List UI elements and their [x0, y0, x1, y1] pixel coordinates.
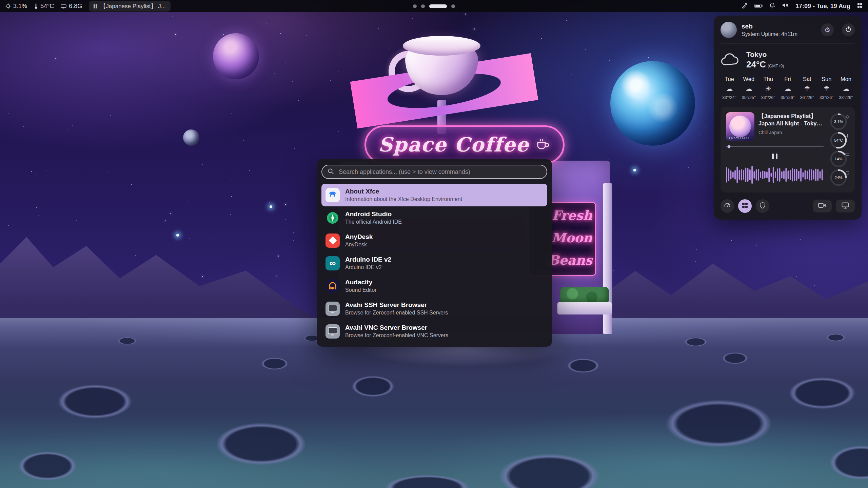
weather-forecast: Tue ☁ 33°/24° Wed ☁ 35°/25° Thu ☀ 33°/26…	[721, 76, 855, 100]
track-artist: Chill Japan.	[758, 130, 824, 135]
username: seb	[742, 23, 813, 30]
cloud-icon: ☁	[784, 85, 791, 93]
forecast-sun: Sun ☂ 33°/26°	[818, 76, 835, 100]
battery-icon[interactable]	[754, 3, 763, 10]
xfce-icon	[326, 188, 340, 202]
planter-box	[557, 302, 612, 314]
app-name: Arduino IDE v2	[345, 256, 391, 263]
forecast-day: Sat	[803, 76, 811, 82]
forecast-day: Tue	[725, 76, 734, 82]
coffee-cup-icon	[535, 137, 551, 152]
workspace-dot[interactable]	[421, 4, 425, 8]
top-panel: 3.1% 54°C 6.8G 【Japanese Playlist】 J... …	[0, 0, 868, 12]
weather-widget: Tokyo 24°C(GMT+9)	[721, 50, 855, 70]
apps-button[interactable]	[738, 199, 752, 213]
thermometer-icon	[34, 3, 38, 9]
weather-temp: 24°C(GMT+9)	[746, 59, 784, 70]
server-browser-icon	[326, 302, 340, 316]
clock[interactable]: 17:09 - Tue, 19 Aug	[795, 3, 850, 10]
cloud-icon	[721, 53, 740, 68]
app-name: Avahi SSH Server Browser	[345, 301, 448, 309]
panel-left-group: 3.1% 54°C 6.8G 【Japanese Playlist】 J...	[5, 1, 171, 12]
coffee-cup-rim	[403, 36, 480, 56]
app-description: Arduino IDE v2	[345, 264, 391, 270]
forecast-day: Mon	[841, 76, 851, 82]
workspace-active-pill[interactable]	[429, 4, 447, 8]
cloud-icon: ☁	[842, 85, 849, 93]
user-section: seb System Uptime: 4h11m ⚙	[721, 22, 855, 44]
app-description: Sound Editor	[345, 287, 377, 293]
workspace-indicator	[413, 0, 455, 12]
launcher-item-about-xfce[interactable]: About Xfce Information about the Xfce De…	[321, 184, 547, 206]
system-uptime: System Uptime: 4h11m	[742, 31, 813, 37]
pause-button[interactable]	[769, 151, 781, 161]
app-description: Browse for Zeroconf-enabled VNC Servers	[345, 332, 448, 339]
playback-progress-bar[interactable]	[726, 146, 824, 147]
launcher-item-audacity[interactable]: Audacity Sound Editor	[321, 274, 547, 297]
media-player-card: TOKYO LO-FI 【Japanese Playlist】 Japan Al…	[721, 107, 855, 192]
forecast-day: Wed	[743, 76, 755, 82]
forecast-temps: 33°/26°	[820, 95, 833, 100]
app-name: Avahi VNC Server Browser	[345, 324, 448, 331]
display-button[interactable]	[836, 200, 855, 212]
now-playing-label: 【Japanese Playlist】 J...	[100, 2, 166, 10]
disk-gauge-value: 24%	[830, 169, 847, 186]
app-description: AnyDesk	[345, 242, 373, 248]
app-description: Browse for Zeroconf-enabled SSH Servers	[345, 310, 448, 316]
performance-button[interactable]	[721, 199, 734, 213]
shield-button[interactable]	[756, 199, 769, 213]
sidebar-actions	[721, 199, 855, 213]
disk-icon	[845, 170, 849, 176]
hedge-plant	[560, 287, 609, 304]
forecast-mon: Mon ☁ 33°/26°	[837, 76, 855, 100]
cpu-temperature-value: 54°C	[40, 3, 54, 10]
cpu-icon	[845, 114, 849, 120]
workspace-dot[interactable]	[451, 4, 455, 8]
cloud-icon: ☁	[726, 85, 733, 93]
audacity-icon	[326, 279, 340, 293]
memory-gauge: 14%	[830, 150, 847, 168]
forecast-day: Fri	[784, 76, 791, 82]
screen-record-button[interactable]	[813, 200, 832, 212]
cloud-icon: ☁	[745, 85, 752, 93]
capture-group	[813, 200, 855, 212]
settings-button[interactable]: ⚙	[821, 23, 834, 36]
weather-timezone: (GMT+9)	[768, 64, 784, 68]
forecast-temps: 33°/26°	[839, 95, 853, 100]
power-button[interactable]	[842, 23, 855, 36]
tools-icon[interactable]	[742, 2, 748, 10]
forecast-sat: Sat ☂ 36°/26°	[798, 76, 816, 100]
forecast-thu: Thu ☀ 33°/26°	[760, 76, 777, 100]
forecast-day: Sun	[822, 76, 831, 82]
now-playing-widget[interactable]: 【Japanese Playlist】 J...	[89, 1, 171, 12]
cpu-temperature: 54°C	[34, 3, 54, 10]
volume-icon[interactable]	[782, 2, 789, 10]
forecast-temps: 33°/24°	[722, 95, 736, 100]
memory-usage: 6.8G	[61, 3, 82, 10]
launcher-item-anydesk[interactable]: AnyDesk AnyDesk	[321, 229, 547, 252]
forecast-fri: Fri ☁ 35°/26°	[779, 76, 796, 100]
memory-usage-value: 6.8G	[69, 3, 82, 10]
application-launcher: About Xfce Information about the Xfce De…	[317, 159, 552, 347]
memory-icon	[845, 151, 849, 158]
launcher-item-arduino-ide[interactable]: ∞ Arduino IDE v2 Arduino IDE v2	[321, 252, 547, 274]
avatar	[721, 22, 737, 38]
cpu-gauge: 3.1%	[830, 113, 847, 130]
launcher-item-avahi-vnc[interactable]: Avahi VNC Server Browser Browse for Zero…	[321, 320, 547, 343]
launcher-item-avahi-ssh[interactable]: Avahi SSH Server Browser Browse for Zero…	[321, 297, 547, 320]
server-browser-icon	[326, 324, 340, 339]
app-grid-icon[interactable]	[857, 3, 863, 10]
workspace-dot[interactable]	[413, 4, 417, 8]
launcher-item-android-studio[interactable]: Android Studio The official Android IDE	[321, 206, 547, 229]
notification-bell-icon[interactable]	[769, 2, 775, 10]
window-neon-text: Fresh	[552, 208, 592, 223]
sun-icon: ☀	[765, 85, 771, 93]
android-studio-icon	[326, 211, 340, 225]
search-input[interactable]	[338, 168, 541, 176]
progress-handle[interactable]	[727, 145, 730, 148]
album-caption: TOKYO LO-FI	[726, 136, 754, 140]
weather-info: Tokyo 24°C(GMT+9)	[746, 50, 784, 70]
user-info: seb System Uptime: 4h11m	[742, 23, 813, 37]
album-art-circle	[729, 116, 751, 137]
memory-icon	[61, 4, 66, 9]
